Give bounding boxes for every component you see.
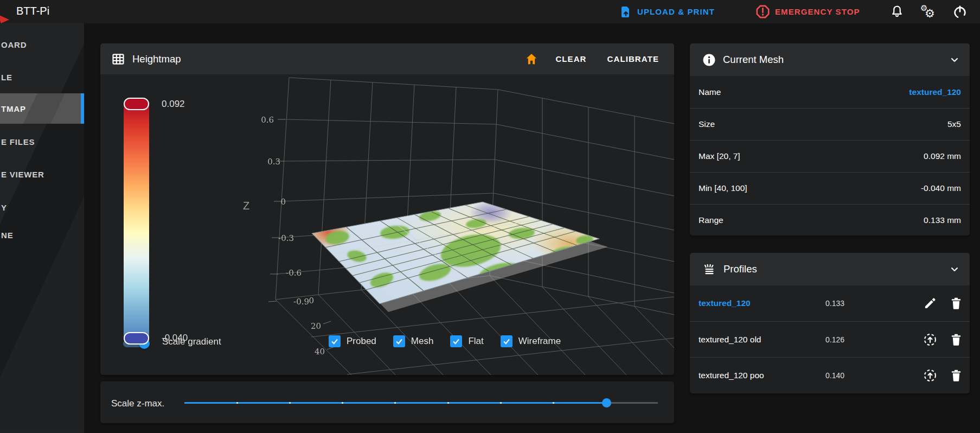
delete-trash-icon[interactable] bbox=[949, 296, 963, 310]
mesh-row-max: Max [20, 7] 0.092 mm bbox=[690, 140, 970, 172]
sidebar-item-machine[interactable]: NE bbox=[0, 220, 84, 250]
clear-button[interactable]: CLEAR bbox=[548, 50, 594, 68]
z-tick-1: 0.3 bbox=[267, 157, 280, 167]
checkbox-mesh-box bbox=[393, 335, 405, 347]
heightmap-card: Heightmap CLEAR CALIBRATE bbox=[100, 43, 674, 375]
calibrate-button[interactable]: CALIBRATE bbox=[600, 50, 667, 68]
top-bar: BTT-Pi UPLOAD & PRINT EMERGENCY STOP bbox=[0, 0, 980, 23]
file-upload-icon bbox=[619, 5, 632, 19]
load-profile-icon[interactable] bbox=[923, 368, 937, 383]
sidebar-item-history[interactable]: Y bbox=[0, 192, 84, 222]
mesh-row-size: Size 5x5 bbox=[690, 108, 970, 140]
checkbox-wireframe[interactable]: Wireframe bbox=[501, 335, 561, 347]
y-tick-0: 0 bbox=[309, 296, 314, 305]
edit-pencil-icon[interactable] bbox=[923, 296, 937, 310]
emergency-stop-button[interactable]: EMERGENCY STOP bbox=[755, 0, 860, 23]
profile-row: textured_120 poo 0.140 bbox=[690, 357, 970, 393]
heightmap-title: Heightmap bbox=[132, 53, 181, 65]
profile-row: textured_120 0.133 bbox=[690, 285, 970, 321]
profile-name[interactable]: textured_120 old bbox=[699, 335, 825, 345]
app-window: BTT-Pi UPLOAD & PRINT EMERGENCY STOP bbox=[0, 0, 980, 433]
z-axis-name: Z bbox=[243, 200, 249, 212]
brand-logo-icon bbox=[0, 14, 9, 23]
colorbar: 0.092 -0.040 bbox=[124, 98, 149, 345]
mesh-row-name: Name textured_120 bbox=[690, 76, 970, 108]
profile-range: 0.126 bbox=[825, 335, 844, 344]
sidebar-item-gcode-viewer[interactable]: E VIEWER bbox=[0, 159, 84, 189]
colorbar-max-handle[interactable] bbox=[124, 98, 149, 110]
sidebar-item-console[interactable]: LE bbox=[0, 62, 84, 92]
home-printer-button[interactable] bbox=[521, 48, 542, 70]
info-icon bbox=[702, 53, 716, 67]
z-tick-0: 0.6 bbox=[261, 115, 274, 125]
mesh-row-min: Min [40, 100] -0.040 mm bbox=[690, 172, 970, 204]
checkbox-mesh[interactable]: Mesh bbox=[393, 335, 434, 347]
checkbox-flat[interactable]: Flat bbox=[450, 335, 483, 347]
emergency-stop-label: EMERGENCY STOP bbox=[775, 7, 860, 16]
profiles-title: Profiles bbox=[723, 263, 757, 275]
scale-zmax-slider[interactable] bbox=[184, 395, 658, 410]
delete-trash-icon[interactable] bbox=[949, 333, 963, 347]
grid-icon bbox=[111, 52, 125, 66]
current-mesh-title: Current Mesh bbox=[723, 54, 784, 66]
z-tick-3: -0.3 bbox=[278, 233, 294, 243]
z-tick-5: -0.9 bbox=[293, 297, 309, 307]
mesh-name-value[interactable]: textured_120 bbox=[909, 87, 961, 97]
sidebar-item-dashboard[interactable]: OARD bbox=[0, 29, 84, 60]
chevron-down-icon[interactable] bbox=[948, 263, 961, 276]
active-nav-indicator bbox=[81, 93, 84, 124]
upload-and-print-button[interactable]: UPLOAD & PRINT bbox=[619, 0, 715, 23]
colorbar-max-value: 0.092 bbox=[162, 99, 185, 110]
colorbar-min-value: -0.040 bbox=[162, 333, 188, 343]
app-title: BTT-Pi bbox=[16, 5, 49, 17]
z-tick-2: 0 bbox=[280, 197, 286, 207]
power-icon[interactable] bbox=[952, 4, 968, 20]
scale-zmax-label: Scale z-max. bbox=[111, 398, 164, 409]
checkbox-probed-box bbox=[329, 335, 341, 347]
checkbox-flat-box bbox=[450, 335, 462, 347]
profiles-header[interactable]: Profiles bbox=[690, 253, 970, 285]
load-profile-icon[interactable] bbox=[923, 333, 937, 347]
sidebar-item-heightmap[interactable]: TMAP bbox=[0, 93, 84, 124]
heightmap-card-header: Heightmap CLEAR CALIBRATE bbox=[100, 43, 674, 74]
chevron-down-icon[interactable] bbox=[948, 53, 961, 66]
z-tick-4: -0.6 bbox=[286, 268, 302, 278]
delete-trash-icon[interactable] bbox=[949, 368, 963, 383]
home-icon bbox=[524, 52, 539, 66]
checkbox-wireframe-box bbox=[501, 335, 513, 347]
profile-range: 0.133 bbox=[825, 299, 844, 308]
sidebar-nav: OARD LE TMAP E FILES E VIEWER Y NE bbox=[0, 23, 84, 433]
scale-zmax-card: Scale z-max. bbox=[100, 381, 674, 423]
current-mesh-header[interactable]: Current Mesh bbox=[690, 43, 970, 76]
alert-octagon-icon bbox=[755, 4, 770, 19]
profile-name[interactable]: textured_120 poo bbox=[699, 371, 825, 380]
profiles-stack-icon bbox=[702, 262, 716, 276]
upload-and-print-label: UPLOAD & PRINT bbox=[637, 7, 715, 16]
notifications-bell-icon[interactable] bbox=[889, 4, 905, 20]
mesh-row-range: Range 0.133 mm bbox=[690, 204, 970, 235]
profiles-card: Profiles textured_120 0.133 bbox=[690, 253, 970, 393]
profile-range: 0.140 bbox=[825, 371, 844, 380]
profile-name[interactable]: textured_120 bbox=[699, 298, 825, 308]
profile-row: textured_120 old 0.126 bbox=[690, 321, 970, 357]
settings-gears-icon[interactable]: ⚙ ⚙ bbox=[920, 4, 936, 20]
colorbar-gradient bbox=[124, 104, 149, 338]
colorbar-min-handle[interactable] bbox=[124, 332, 149, 345]
sidebar-item-gcode-files[interactable]: E FILES bbox=[0, 126, 84, 157]
current-mesh-card: Current Mesh Name textured_120 Size 5x5 … bbox=[690, 43, 970, 235]
slider-handle[interactable] bbox=[602, 398, 611, 407]
checkbox-probed[interactable]: Probed bbox=[329, 335, 376, 347]
